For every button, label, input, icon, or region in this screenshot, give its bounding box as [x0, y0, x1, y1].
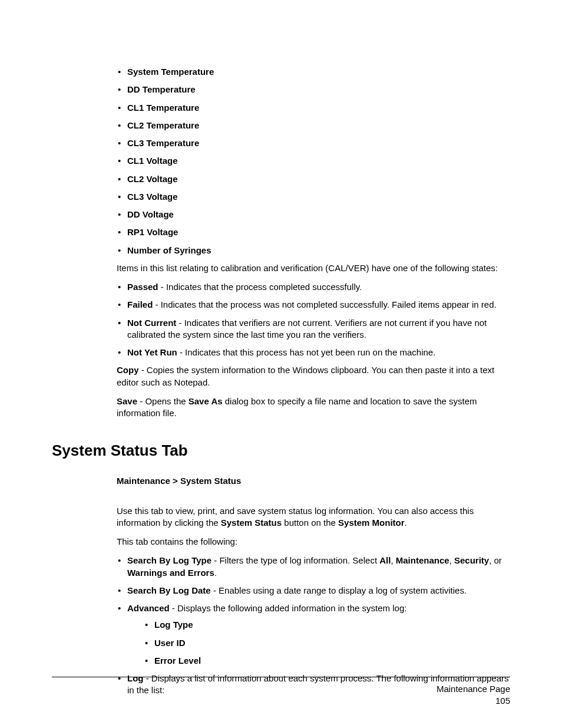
list-item: Error Level: [144, 655, 510, 667]
crumb-2: System Status: [180, 476, 241, 486]
opt-all: All: [379, 555, 391, 565]
state-desc: - Indicates that the process completed s…: [158, 282, 362, 292]
footer-page-number: 105: [52, 695, 510, 707]
states-list: Passed - Indicates that the process comp…: [117, 281, 510, 358]
state-desc: - Indicates that verifiers are not curre…: [127, 318, 487, 340]
item-label: Advanced: [127, 603, 170, 613]
list-item: CL3 Temperature: [117, 137, 510, 149]
copy-label: Copy: [117, 365, 139, 375]
text: button on the: [282, 518, 338, 528]
item-label: Search By Log Type: [127, 555, 211, 565]
list-item: Number of Syringes: [117, 245, 510, 256]
measure-label: CL2 Voltage: [127, 174, 178, 184]
text-bold: System Status: [221, 518, 282, 528]
list-item: RP1 Voltage: [117, 226, 510, 238]
text: ,: [391, 555, 395, 565]
calver-intro: Items in this list relating to calibrati…: [117, 262, 510, 274]
list-item: CL1 Temperature: [117, 102, 510, 114]
list-item: CL3 Voltage: [117, 191, 510, 203]
body-indent: System Temperature DD Temperature CL1 Te…: [117, 66, 510, 419]
save-as-label: Save As: [189, 396, 223, 406]
crumb-sep: >: [170, 476, 180, 486]
page-footer: Maintenance Page 105: [52, 677, 510, 707]
state-label: Passed: [127, 282, 158, 292]
body-indent: Maintenance > System Status Use this tab…: [117, 475, 510, 696]
list-item: DD Voltage: [117, 209, 510, 220]
list-item: Log Type: [144, 619, 510, 631]
sub-label: Error Level: [154, 655, 201, 666]
text: - Displays the following added informati…: [170, 603, 407, 613]
opt-maint: Maintenance: [396, 555, 449, 565]
opt-sec: Security: [454, 555, 489, 565]
list-item: Passed - Indicates that the process comp…: [117, 281, 510, 293]
measure-label: DD Voltage: [127, 209, 174, 219]
text: .: [214, 568, 217, 578]
state-label: Not Yet Run: [127, 347, 177, 357]
status-intro: Use this tab to view, print, and save sy…: [117, 505, 510, 529]
text: .: [405, 518, 407, 528]
advanced-sublist: Log Type User ID Error Level: [144, 619, 510, 667]
text: ,: [449, 555, 454, 565]
footer-title: Maintenance Page: [52, 683, 510, 695]
measurement-list: System Temperature DD Temperature CL1 Te…: [117, 66, 510, 256]
measure-label: DD Temperature: [127, 84, 196, 94]
list-item: Not Yet Run - Indicates that this proces…: [117, 347, 510, 358]
crumb-1: Maintenance: [117, 476, 170, 486]
copy-desc: - Copies the system information to the W…: [117, 365, 494, 387]
measure-label: CL3 Temperature: [127, 138, 199, 148]
save-para: Save - Opens the Save As dialog box to s…: [117, 396, 510, 420]
state-label: Not Current: [127, 318, 176, 328]
measure-label: RP1 Voltage: [127, 227, 178, 237]
save-label: Save: [117, 396, 137, 406]
list-item: DD Temperature: [117, 84, 510, 95]
list-item: User ID: [144, 637, 510, 649]
opt-warn: Warnings and Errors: [127, 568, 214, 578]
measure-label: CL1 Temperature: [127, 103, 199, 113]
copy-para: Copy - Copies the system information to …: [117, 364, 510, 388]
list-item: CL2 Temperature: [117, 120, 510, 131]
list-item: Failed - Indicates that the process was …: [117, 299, 510, 311]
item-label: Search By Log Date: [127, 585, 211, 595]
measure-label: CL2 Temperature: [127, 120, 199, 130]
list-item: System Temperature: [117, 66, 510, 78]
tab-contains: This tab contains the following:: [117, 536, 510, 548]
list-item: Advanced - Displays the following added …: [117, 602, 510, 667]
list-item: CL2 Voltage: [117, 173, 510, 185]
breadcrumb: Maintenance > System Status: [117, 475, 510, 487]
state-desc: - Indicates that this process has not ye…: [177, 347, 436, 357]
text: - Filters the type of log information. S…: [211, 555, 379, 565]
measure-label: System Temperature: [127, 67, 214, 77]
save-desc-1: - Opens the: [137, 396, 189, 406]
text: , or: [489, 555, 502, 565]
text-bold: System Monitor: [338, 518, 405, 528]
state-label: Failed: [127, 299, 153, 309]
measure-label: CL1 Voltage: [127, 156, 178, 166]
list-item: CL1 Voltage: [117, 155, 510, 167]
measure-label: CL3 Voltage: [127, 192, 178, 202]
list-item: Search By Log Date - Enables using a dat…: [117, 585, 510, 597]
document-page: System Temperature DD Temperature CL1 Te…: [0, 0, 562, 728]
text: - Enables using a date range to display …: [211, 585, 467, 595]
measure-label: Number of Syringes: [127, 245, 211, 255]
sub-label: User ID: [154, 638, 186, 648]
sub-label: Log Type: [154, 620, 193, 630]
list-item: Search By Log Type - Filters the type of…: [117, 555, 510, 579]
state-desc: - Indicates that the process was not com…: [153, 299, 496, 309]
tab-list: Search By Log Type - Filters the type of…: [117, 555, 510, 696]
section-heading: System Status Tab: [52, 440, 510, 461]
list-item: Not Current - Indicates that verifiers a…: [117, 317, 510, 341]
